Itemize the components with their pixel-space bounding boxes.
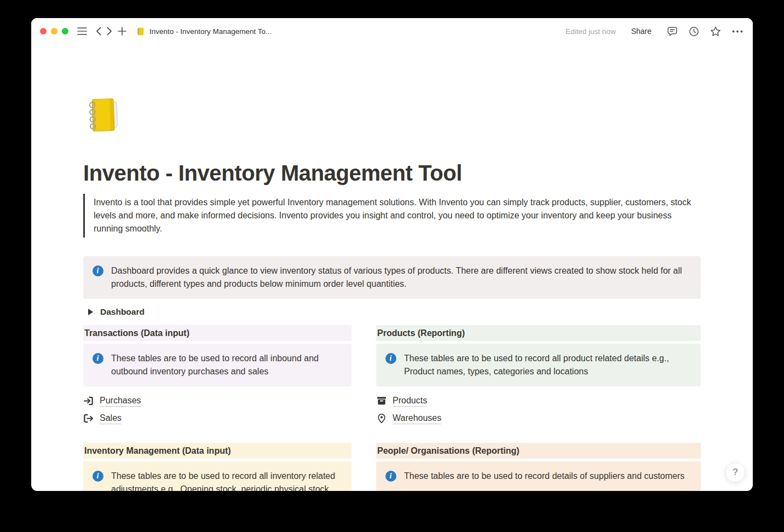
chevron-right-icon — [107, 27, 112, 36]
sign-out-icon — [83, 413, 94, 424]
section-callout: i These tables are to be used to record … — [83, 461, 351, 491]
back-button[interactable] — [96, 27, 101, 36]
page-link-label: Sales — [100, 412, 122, 424]
ellipsis-icon — [732, 30, 743, 33]
chevron-left-icon — [96, 27, 101, 36]
page-content: Invento - Inventory Management Tool Inve… — [31, 44, 753, 491]
page-link-label: Products — [393, 395, 427, 407]
section-header: Transactions (Data input) — [83, 325, 351, 341]
page-link-purchases[interactable]: Purchases — [83, 392, 141, 409]
new-tab-button[interactable] — [118, 27, 126, 36]
page-emoji-large[interactable] — [83, 94, 126, 137]
section-header: Products (Reporting) — [376, 325, 701, 341]
page-emoji-small — [136, 27, 146, 36]
window-title: Invento - Inventory Management To... — [149, 27, 272, 36]
traffic-lights — [40, 28, 68, 34]
info-icon: i — [385, 471, 396, 482]
forward-button[interactable] — [107, 27, 112, 36]
titlebar: Invento - Inventory Management To... Edi… — [31, 18, 753, 44]
page-link-label: Warehouses — [393, 412, 441, 424]
section-links: Purchases Sales — [83, 392, 351, 426]
clock-icon — [689, 26, 699, 37]
info-icon: i — [93, 265, 103, 276]
dashboard-callout: i Dashboard provides a quick glance to v… — [83, 256, 701, 299]
comments-button[interactable] — [667, 26, 678, 37]
more-options-button[interactable] — [732, 30, 743, 33]
toggle-label: Dashboard — [100, 307, 145, 317]
help-button[interactable]: ? — [725, 462, 745, 482]
sidebar-menu-button[interactable] — [77, 27, 87, 35]
callout-text: These tables are to be used to record de… — [404, 470, 684, 483]
section-inventory-management: Inventory Management (Data input) i Thes… — [83, 443, 351, 491]
info-icon: i — [93, 353, 103, 364]
section-transactions: Transactions (Data input) i These tables… — [83, 325, 351, 427]
notion-window: Invento - Inventory Management To... Edi… — [31, 18, 753, 491]
page-link-warehouses[interactable]: Warehouses — [376, 410, 441, 426]
callout-text: These tables are to be used to record al… — [404, 352, 691, 378]
intro-quote: Invento is a tool that provides simple y… — [83, 194, 693, 238]
section-links: Products Warehouses — [376, 392, 701, 426]
toggle-triangle-icon — [88, 309, 93, 315]
edited-status: Edited just now — [566, 27, 616, 36]
desktop-background: Invento - Inventory Management To... Edi… — [0, 0, 784, 532]
share-button[interactable]: Share — [628, 26, 655, 36]
close-window-button[interactable] — [40, 28, 47, 34]
archive-box-icon — [376, 396, 387, 406]
callout-text: These tables are to be used to record al… — [111, 470, 342, 491]
section-callout: i These tables are to be used to record … — [376, 461, 701, 491]
zoom-window-button[interactable] — [62, 28, 68, 34]
plus-icon — [118, 27, 126, 36]
section-header: People/ Organisations (Reporting) — [376, 443, 701, 459]
section-people-organisations: People/ Organisations (Reporting) i Thes… — [376, 443, 701, 491]
comment-bubble-icon — [667, 26, 678, 37]
minimize-window-button[interactable] — [51, 28, 57, 34]
favorite-button[interactable] — [710, 26, 721, 37]
page-link-sales[interactable]: Sales — [83, 410, 122, 426]
sections-grid: Transactions (Data input) i These tables… — [83, 325, 701, 491]
location-pin-icon — [376, 413, 387, 424]
callout-text: These tables are to be used to record al… — [111, 352, 342, 378]
history-button[interactable] — [689, 26, 699, 37]
star-icon — [710, 26, 721, 37]
help-button-label: ? — [733, 467, 737, 478]
section-callout: i These tables are to be used to record … — [83, 344, 351, 386]
sign-in-icon — [83, 396, 94, 406]
section-header: Inventory Management (Data input) — [83, 443, 351, 459]
page-link-label: Purchases — [100, 395, 141, 407]
notebook-icon — [83, 94, 126, 137]
notebook-icon — [136, 27, 146, 36]
callout-text: Dashboard provides a quick glance to vie… — [111, 264, 691, 291]
section-products: Products (Reporting) i These tables are … — [376, 325, 701, 427]
section-callout: i These tables are to be used to record … — [376, 344, 701, 386]
hamburger-icon — [77, 27, 87, 35]
info-icon: i — [385, 353, 396, 364]
page-link-products[interactable]: Products — [376, 392, 427, 409]
info-icon: i — [93, 471, 103, 482]
page-title: Invento - Inventory Management Tool — [83, 160, 701, 186]
dashboard-toggle[interactable]: Dashboard — [83, 305, 145, 319]
